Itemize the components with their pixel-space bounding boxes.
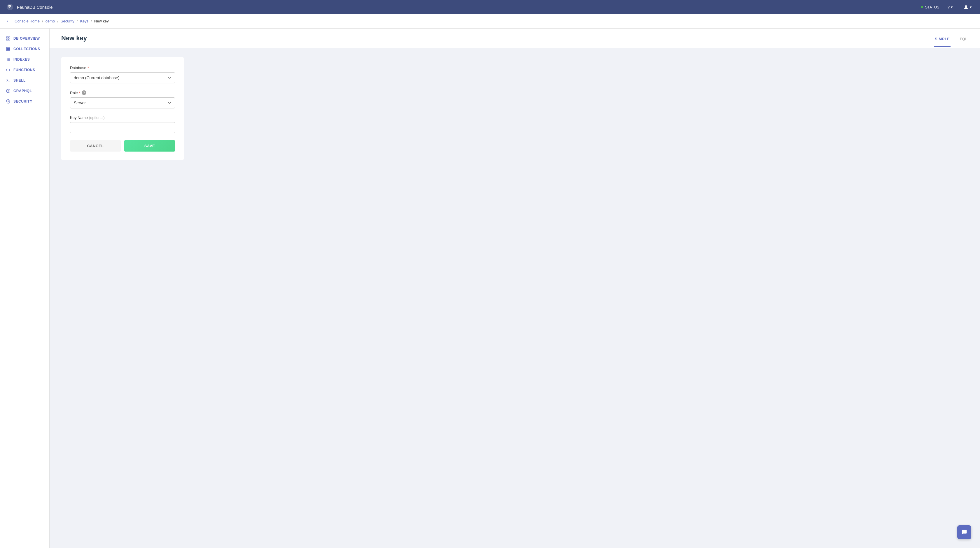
- svg-rect-7: [6, 50, 10, 51]
- help-icon: ?: [948, 5, 950, 10]
- tab-fql[interactable]: FQL: [959, 34, 969, 47]
- collections-icon: [6, 47, 11, 51]
- svg-rect-1: [6, 37, 8, 38]
- sidebar-label-shell: SHELL: [13, 78, 25, 83]
- key-name-field-group: Key Name (optional): [70, 116, 175, 133]
- save-button[interactable]: SAVE: [124, 140, 175, 152]
- breadcrumb-sep-3: /: [77, 19, 78, 23]
- database-required-star: *: [88, 65, 89, 70]
- breadcrumb-keys[interactable]: Keys: [80, 19, 88, 23]
- breadcrumb-sep-1: /: [42, 19, 43, 23]
- chat-icon: [961, 529, 967, 535]
- role-select[interactable]: Server Admin Client: [70, 97, 175, 108]
- sidebar-item-indexes[interactable]: INDEXES: [0, 54, 49, 65]
- security-icon: [6, 99, 11, 104]
- sidebar-item-functions[interactable]: FUNCTIONS: [0, 65, 49, 75]
- database-select[interactable]: demo (Current database): [70, 72, 175, 83]
- status-indicator[interactable]: STATUS: [921, 5, 939, 10]
- back-button[interactable]: ←: [6, 18, 11, 24]
- svg-rect-4: [8, 39, 10, 40]
- header-left: FaunaDB Console: [6, 3, 53, 11]
- breadcrumb-sep-4: /: [91, 19, 92, 23]
- user-icon: [963, 4, 969, 10]
- breadcrumb-console-home[interactable]: Console Home: [14, 19, 40, 23]
- account-button[interactable]: ▾: [961, 3, 974, 11]
- svg-point-16: [8, 100, 9, 102]
- chat-button[interactable]: [957, 525, 971, 539]
- shell-icon: [6, 78, 11, 83]
- svg-rect-3: [6, 39, 8, 40]
- help-button[interactable]: ? ▾: [945, 4, 955, 11]
- status-dot: [921, 6, 923, 8]
- svg-rect-2: [8, 37, 10, 38]
- breadcrumb-demo[interactable]: demo: [46, 19, 55, 23]
- breadcrumb: ← Console Home / demo / Security / Keys …: [0, 14, 980, 29]
- svg-rect-5: [6, 48, 10, 48]
- tab-simple[interactable]: SIMPLE: [934, 34, 950, 47]
- app-title: FaunaDB Console: [17, 5, 53, 10]
- svg-point-15: [8, 91, 9, 92]
- sidebar-label-indexes: INDEXES: [13, 57, 30, 62]
- cancel-button[interactable]: CANCEL: [70, 140, 121, 152]
- sidebar-label-graphql: GRAPHQL: [13, 89, 32, 93]
- functions-icon: [6, 68, 11, 72]
- sidebar-label-functions: FUNCTIONS: [13, 68, 35, 72]
- svg-rect-6: [6, 49, 10, 49]
- grid-icon: [6, 36, 11, 41]
- indexes-icon: [6, 57, 11, 62]
- sidebar-label-collections: COLLECTIONS: [13, 47, 40, 51]
- database-field-group: Database * demo (Current database): [70, 65, 175, 83]
- role-field-group: Role * ? Server Admin Client: [70, 91, 175, 108]
- header-right: STATUS ? ▾ ▾: [921, 3, 974, 11]
- sidebar-item-collections[interactable]: COLLECTIONS: [0, 44, 49, 54]
- sidebar-item-graphql[interactable]: GRAPHQL: [0, 86, 49, 96]
- sidebar-item-shell[interactable]: SHELL: [0, 75, 49, 86]
- main-content: New key SIMPLE FQL Database * demo (Curr…: [49, 29, 980, 548]
- sidebar-item-security[interactable]: SECURITY: [0, 96, 49, 107]
- status-label: STATUS: [925, 5, 939, 10]
- breadcrumb-current: New key: [94, 19, 109, 23]
- chevron-down-icon: ▾: [951, 5, 953, 10]
- app-header: FaunaDB Console STATUS ? ▾ ▾: [0, 0, 980, 14]
- new-key-form: Database * demo (Current database) Role …: [61, 57, 184, 160]
- form-buttons: CANCEL SAVE: [70, 140, 175, 152]
- sidebar-label-security: SECURITY: [13, 99, 32, 103]
- role-required-star: *: [79, 91, 81, 95]
- key-name-input[interactable]: [70, 122, 175, 133]
- key-name-optional: (optional): [89, 116, 105, 120]
- page-title: New key: [61, 34, 87, 48]
- app-body: DB OVERVIEW COLLECTIONS INDEXES FUNCTION…: [0, 29, 980, 548]
- role-help-icon[interactable]: ?: [82, 91, 86, 95]
- svg-point-0: [965, 5, 967, 7]
- graphql-icon: [6, 89, 11, 93]
- key-name-label: Key Name (optional): [70, 116, 175, 120]
- breadcrumb-security[interactable]: Security: [60, 19, 75, 23]
- database-label: Database *: [70, 65, 175, 70]
- account-chevron-icon: ▾: [970, 5, 972, 10]
- tab-bar: SIMPLE FQL: [934, 34, 968, 47]
- fauna-logo-icon: [6, 3, 14, 11]
- sidebar-item-db-overview[interactable]: DB OVERVIEW: [0, 33, 49, 44]
- page-header: New key SIMPLE FQL: [49, 29, 980, 48]
- breadcrumb-sep-2: /: [57, 19, 58, 23]
- sidebar: DB OVERVIEW COLLECTIONS INDEXES FUNCTION…: [0, 29, 49, 548]
- role-label: Role * ?: [70, 91, 175, 95]
- sidebar-label-db-overview: DB OVERVIEW: [13, 37, 40, 41]
